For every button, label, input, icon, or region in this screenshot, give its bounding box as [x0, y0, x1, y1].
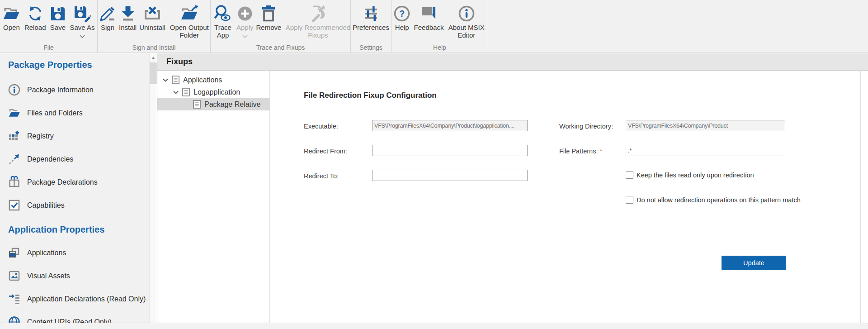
about-info-icon [458, 4, 475, 24]
tree-item-logapplication[interactable]: Logapplication [157, 86, 269, 98]
applications-icon [8, 247, 20, 259]
scrollbar-up-arrow[interactable] [151, 57, 155, 59]
sidebar-item-registry[interactable]: Registry [8, 124, 149, 148]
document-icon [172, 76, 179, 84]
open-output-folder-icon [180, 4, 199, 24]
executable-input[interactable] [372, 120, 528, 131]
ribbon-group-help: ? Help Feedback About MSIX Editor Help [392, 0, 488, 52]
install-button[interactable]: Install [118, 3, 138, 32]
tree-item-package-relative[interactable]: Package Relative [157, 98, 269, 110]
trace-app-icon [213, 4, 232, 24]
ribbon-group-settings: Preferences Settings [351, 0, 392, 52]
trace-app-button[interactable]: Trace App [211, 3, 235, 40]
ribbon-button-label: Uninstall [139, 24, 165, 31]
fixups-panel-header: Fixups [157, 53, 868, 71]
ribbon-button-label: Open Output Folder [168, 24, 211, 39]
executable-label: Executable: [304, 123, 338, 130]
sidebar-item-package-declarations[interactable]: Package Declarations [8, 171, 149, 194]
sidebar-item-applications[interactable]: Applications [8, 241, 149, 264]
file-patterns-label: File Patterns:* [559, 148, 602, 155]
remove-trash-icon [261, 4, 276, 24]
ribbon-group-label: File [0, 44, 97, 51]
help-button[interactable]: ? Help [392, 3, 412, 32]
files-folders-icon [8, 107, 20, 119]
ribbon-button-label: Preferences [353, 24, 389, 31]
working-directory-label: Working Directory: [559, 123, 613, 130]
open-button[interactable]: Open [1, 3, 22, 32]
keep-read-only-checkbox-row[interactable]: Keep the files read only upon redirectio… [626, 171, 754, 179]
chevron-down-icon[interactable] [172, 89, 179, 96]
sidebar-item-content-uris[interactable]: Content URIs (Read Only) [8, 310, 149, 323]
open-output-folder-button[interactable]: Open Output Folder [167, 3, 212, 40]
tree-item-applications[interactable]: Applications [157, 74, 269, 86]
uninstall-button[interactable]: Uninstall [138, 3, 167, 32]
reload-icon [27, 4, 43, 24]
ribbon-group-trace-fixups: Trace App Apply Remove Apply Recommend [211, 0, 351, 52]
sidebar-heading-package-properties: Package Properties [8, 60, 149, 70]
chevron-down-icon[interactable] [162, 76, 169, 84]
save-button[interactable]: Save [48, 3, 67, 32]
fixups-panel-title: Fixups [166, 57, 193, 67]
sign-pencil-icon [99, 4, 116, 24]
application-declarations-icon [8, 293, 20, 305]
about-msix-editor-button[interactable]: About MSIX Editor [446, 3, 487, 40]
feedback-button[interactable]: Feedback [413, 3, 445, 32]
reload-button[interactable]: Reload [23, 3, 47, 32]
redirect-from-input[interactable] [372, 145, 528, 156]
ribbon-button-label: Reload [24, 24, 46, 31]
sidebar-item-label: Content URIs (Read Only) [27, 318, 112, 323]
sidebar-item-label: Visual Assets [27, 272, 70, 280]
form-title: File Redirection Fixup Configuration [304, 91, 437, 100]
ribbon-button-label: Sign [101, 24, 114, 31]
no-redirection-checkbox-row[interactable]: Do not allow redirection operations on t… [626, 196, 801, 204]
apply-recommended-fixups-icon [308, 4, 327, 24]
dependencies-icon [8, 153, 20, 165]
ribbon-group-file: Open Reload Save Save As [0, 0, 98, 52]
ribbon: Open Reload Save Save As [0, 0, 868, 53]
ribbon-group-label: Trace and Fixups [211, 44, 350, 51]
tree-item-label: Applications [183, 76, 222, 84]
sidebar-item-visual-assets[interactable]: Visual Assets [8, 264, 149, 287]
no-redirection-checkbox[interactable] [626, 196, 633, 204]
redirect-to-label: Redirect To: [304, 172, 339, 180]
remove-button[interactable]: Remove [255, 3, 283, 32]
save-as-button[interactable]: Save As [68, 3, 96, 41]
registry-icon [8, 130, 20, 142]
apply-recommended-fixups-button[interactable]: Apply Recommended Fixups [283, 3, 353, 40]
sidebar-item-files-and-folders[interactable]: Files and Folders [8, 101, 149, 124]
file-patterns-input[interactable] [626, 145, 785, 156]
keep-read-only-checkbox[interactable] [626, 171, 633, 179]
ribbon-group-label: Settings [351, 44, 391, 51]
preferences-sliders-icon [363, 4, 379, 24]
chevron-down-icon [80, 32, 85, 40]
package-information-icon [8, 84, 20, 96]
scrollbar-thumb[interactable] [150, 62, 157, 84]
sidebar-item-application-declarations[interactable]: Application Declarations (Read Only) [8, 287, 149, 310]
sidebar-item-label: Dependencies [27, 155, 73, 163]
sidebar-item-package-information[interactable]: Package Information [8, 78, 149, 101]
sign-button[interactable]: Sign [98, 3, 118, 32]
apply-button[interactable]: Apply [235, 3, 255, 41]
ribbon-button-label: About MSIX Editor [447, 24, 486, 39]
install-icon [120, 4, 136, 24]
sidebar-item-dependencies[interactable]: Dependencies [8, 148, 149, 171]
redirect-from-label: Redirect From: [304, 148, 347, 155]
content-uris-globe-icon [8, 316, 20, 323]
save-as-icon [73, 4, 91, 24]
sidebar-heading-application-properties: Application Properties [8, 224, 149, 235]
ribbon-group-label: Help [392, 44, 488, 51]
update-button[interactable]: Update [722, 256, 786, 270]
sidebar-item-label: Package Declarations [27, 178, 98, 186]
fixup-configuration-form: File Redirection Fixup Configuration Exe… [270, 71, 861, 323]
bottom-strip [0, 323, 868, 329]
sidebar-item-capabilities[interactable]: Capabilities [8, 194, 149, 217]
redirect-to-input[interactable] [372, 170, 528, 181]
visual-assets-icon [8, 270, 20, 282]
tree-item-label: Logapplication [193, 88, 240, 96]
sidebar-item-label: Capabilities [27, 201, 65, 210]
sidebar-scrollbar[interactable] [149, 53, 157, 323]
capabilities-icon [8, 199, 20, 211]
working-directory-input[interactable] [626, 120, 785, 131]
chevron-down-icon [242, 32, 248, 40]
preferences-button[interactable]: Preferences [351, 3, 391, 32]
